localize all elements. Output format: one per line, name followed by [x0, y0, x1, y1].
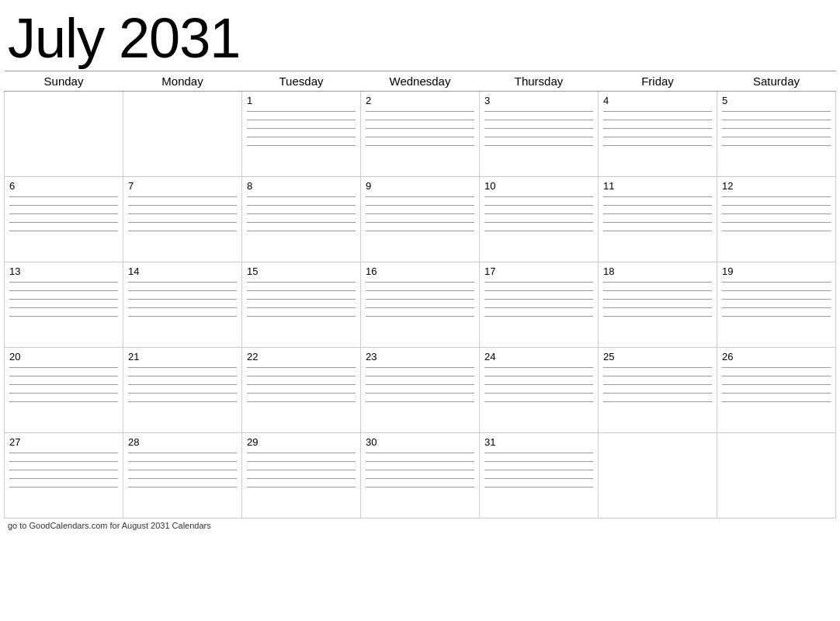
day-lines: [366, 111, 474, 146]
day-lines: [722, 196, 831, 231]
writing-line: [9, 367, 118, 368]
writing-line: [247, 384, 356, 385]
writing-line: [247, 299, 356, 300]
day-lines: [484, 282, 593, 317]
writing-line: [484, 461, 593, 462]
writing-line: [603, 282, 712, 283]
calendar-week-row: 6789101112: [5, 177, 836, 262]
writing-line: [603, 213, 712, 214]
writing-line: [366, 307, 474, 308]
day-number: 6: [9, 180, 118, 192]
day-lines: [484, 453, 593, 487]
day-lines: [603, 282, 712, 317]
day-number: 10: [484, 180, 593, 192]
writing-line: [366, 384, 474, 385]
writing-line: [484, 111, 593, 112]
calendar-day-cell: 15: [242, 262, 361, 348]
calendar-day-cell: 10: [480, 177, 599, 262]
writing-line: [366, 222, 474, 223]
writing-line: [484, 307, 593, 308]
day-number: 7: [128, 180, 237, 192]
day-number: 12: [722, 180, 831, 192]
writing-line: [9, 376, 118, 376]
calendar-day-cell: 8: [242, 177, 361, 262]
writing-line: [9, 470, 118, 470]
day-of-week-header: Sunday: [5, 71, 123, 92]
writing-line: [366, 128, 474, 129]
writing-line: [484, 470, 593, 470]
writing-line: [484, 299, 593, 300]
day-number: 30: [366, 436, 474, 448]
writing-line: [484, 137, 593, 137]
writing-line: [484, 290, 593, 291]
day-number: 27: [9, 436, 118, 448]
day-number: 18: [603, 265, 712, 277]
writing-line: [366, 205, 474, 206]
writing-line: [722, 376, 831, 376]
writing-line: [603, 290, 712, 291]
writing-line: [128, 453, 237, 453]
day-number: 17: [484, 265, 593, 277]
calendar-title: July 2031: [4, 8, 836, 69]
writing-line: [722, 128, 831, 129]
writing-line: [9, 401, 118, 402]
writing-line: [366, 213, 474, 214]
writing-line: [603, 128, 712, 129]
day-lines: [247, 282, 356, 317]
writing-line: [247, 282, 356, 283]
day-number: 31: [484, 436, 593, 448]
calendar-day-cell: 4: [599, 92, 717, 177]
calendar-day-cell: 11: [599, 177, 717, 262]
writing-line: [722, 290, 831, 291]
writing-line: [128, 401, 237, 402]
day-of-week-header: Wednesday: [361, 71, 480, 92]
calendar-body: 1234567891011121314151617181920212223242…: [5, 92, 836, 519]
writing-line: [722, 316, 831, 317]
writing-line: [9, 282, 118, 283]
writing-line: [603, 205, 712, 206]
writing-line: [247, 111, 356, 112]
day-number: 28: [128, 436, 237, 448]
writing-line: [9, 307, 118, 308]
day-lines: [603, 367, 712, 402]
writing-line: [603, 393, 712, 394]
calendar-day-cell: 1: [242, 92, 361, 177]
writing-line: [9, 487, 118, 487]
calendar-day-cell: [5, 92, 123, 177]
writing-line: [128, 196, 237, 197]
calendar-day-cell: 16: [361, 262, 480, 348]
day-of-week-header: Saturday: [717, 71, 836, 92]
day-lines: [247, 111, 356, 146]
writing-line: [484, 145, 593, 146]
day-number: 11: [603, 180, 712, 192]
day-number: 15: [247, 265, 356, 277]
writing-line: [128, 487, 237, 487]
day-lines: [366, 367, 474, 402]
writing-line: [9, 478, 118, 479]
writing-line: [247, 453, 356, 453]
writing-line: [128, 307, 237, 308]
writing-line: [247, 145, 356, 146]
writing-line: [722, 393, 831, 394]
writing-line: [366, 120, 474, 120]
day-lines: [603, 111, 712, 146]
writing-line: [247, 478, 356, 479]
writing-line: [603, 111, 712, 112]
writing-line: [366, 290, 474, 291]
day-number: 2: [366, 95, 474, 106]
day-lines: [128, 196, 237, 231]
day-number: 1: [247, 95, 356, 106]
writing-line: [603, 401, 712, 402]
writing-line: [484, 231, 593, 231]
writing-line: [247, 290, 356, 291]
writing-line: [484, 316, 593, 317]
writing-line: [247, 367, 356, 368]
day-lines: [722, 282, 831, 317]
writing-line: [247, 461, 356, 462]
day-number: 23: [366, 351, 474, 363]
writing-line: [128, 231, 237, 231]
calendar-day-cell: [599, 433, 717, 519]
writing-line: [128, 470, 237, 470]
calendar-grid: SundayMondayTuesdayWednesdayThursdayFrid…: [4, 71, 836, 519]
writing-line: [484, 487, 593, 487]
